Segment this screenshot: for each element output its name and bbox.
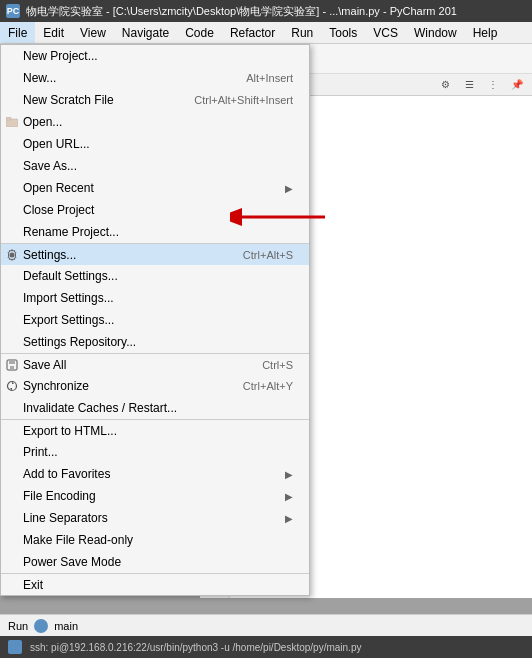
svg-rect-5 (10, 366, 14, 370)
menu-save-all-shortcut: Ctrl+S (262, 359, 293, 371)
menu-exit-label: Exit (23, 578, 43, 592)
menu-default-settings[interactable]: Default Settings... (1, 265, 309, 287)
menu-refactor[interactable]: Refactor (222, 22, 283, 43)
svg-point-2 (10, 252, 15, 257)
menu-file-encoding-arrow: ▶ (285, 491, 293, 502)
menu-settings-repository[interactable]: Settings Repository... (1, 331, 309, 353)
menu-synchronize[interactable]: Synchronize Ctrl+Alt+Y (1, 375, 309, 397)
run-name: main (54, 620, 78, 632)
tab-settings-btn[interactable]: ⚙ (434, 74, 456, 96)
menu-new-project[interactable]: New Project... (1, 45, 309, 67)
menu-line-separators-label: Line Separators (23, 511, 108, 525)
menu-window[interactable]: Window (406, 22, 465, 43)
menu-open[interactable]: Open... (1, 111, 309, 133)
menu-new-shortcut: Alt+Insert (246, 72, 293, 84)
status-text: ssh: pi@192.168.0.216:22/usr/bin/python3… (30, 642, 361, 653)
menu-open-recent[interactable]: Open Recent ▶ (1, 177, 309, 199)
settings-gear-icon (5, 248, 19, 262)
menu-open-recent-label: Open Recent (23, 181, 94, 195)
title-bar: PC 物电学院实验室 - [C:\Users\zmcity\Desktop\物电… (0, 0, 532, 22)
menu-new-scratch[interactable]: New Scratch File Ctrl+Alt+Shift+Insert (1, 89, 309, 111)
window-title: 物电学院实验室 - [C:\Users\zmcity\Desktop\物电学院实… (26, 4, 457, 19)
svg-rect-4 (9, 360, 15, 364)
menu-export-settings[interactable]: Export Settings... (1, 309, 309, 331)
menu-line-separators[interactable]: Line Separators ▶ (1, 507, 309, 529)
menu-file-encoding[interactable]: File Encoding ▶ (1, 485, 309, 507)
menu-edit[interactable]: Edit (35, 22, 72, 43)
menu-new-scratch-label: New Scratch File (23, 93, 114, 107)
menu-export-html-label: Export to HTML... (23, 424, 117, 438)
menu-save-all-label: Save All (23, 358, 66, 372)
menu-add-to-favorites-arrow: ▶ (285, 469, 293, 480)
menu-close-project-label: Close Project (23, 203, 94, 217)
menu-new-label: New... (23, 71, 56, 85)
menu-save-all[interactable]: Save All Ctrl+S (1, 353, 309, 375)
menu-add-to-favorites[interactable]: Add to Favorites ▶ (1, 463, 309, 485)
menu-settings-shortcut: Ctrl+Alt+S (243, 249, 293, 261)
menu-view[interactable]: View (72, 22, 114, 43)
menu-import-settings-label: Import Settings... (23, 291, 114, 305)
menu-open-recent-arrow: ▶ (285, 183, 293, 194)
menu-invalidate-caches[interactable]: Invalidate Caches / Restart... (1, 397, 309, 419)
sync-icon (5, 379, 19, 393)
menu-save-as[interactable]: Save As... (1, 155, 309, 177)
file-dropdown-menu: New Project... New... Alt+Insert New Scr… (0, 44, 310, 596)
menu-synchronize-label: Synchronize (23, 379, 89, 393)
menu-synchronize-shortcut: Ctrl+Alt+Y (243, 380, 293, 392)
menu-run[interactable]: Run (283, 22, 321, 43)
menu-open-url-label: Open URL... (23, 137, 90, 151)
menu-close-project[interactable]: Close Project (1, 199, 309, 221)
menu-invalidate-caches-label: Invalidate Caches / Restart... (23, 401, 177, 415)
menu-settings[interactable]: Settings... Ctrl+Alt+S (1, 243, 309, 265)
menu-default-settings-label: Default Settings... (23, 269, 118, 283)
tab-pin-btn[interactable]: 📌 (506, 74, 528, 96)
run-icon (34, 619, 48, 633)
tab-more-btn[interactable]: ⋮ (482, 74, 504, 96)
menu-file-encoding-label: File Encoding (23, 489, 96, 503)
menu-exit[interactable]: Exit (1, 573, 309, 595)
save-icon (5, 358, 19, 372)
menu-print[interactable]: Print... (1, 441, 309, 463)
tab-options-btn[interactable]: ☰ (458, 74, 480, 96)
menu-open-label: Open... (23, 115, 62, 129)
menu-export-settings-label: Export Settings... (23, 313, 114, 327)
menu-power-save-mode-label: Power Save Mode (23, 555, 121, 569)
menu-settings-repository-label: Settings Repository... (23, 335, 136, 349)
menu-add-to-favorites-label: Add to Favorites (23, 467, 110, 481)
menu-print-label: Print... (23, 445, 58, 459)
menu-open-url[interactable]: Open URL... (1, 133, 309, 155)
folder-icon (5, 115, 19, 129)
status-bar: ssh: pi@192.168.0.216:22/usr/bin/python3… (0, 636, 532, 658)
menu-make-read-only[interactable]: Make File Read-only (1, 529, 309, 551)
run-label: Run (8, 620, 28, 632)
menu-export-html[interactable]: Export to HTML... (1, 419, 309, 441)
menu-rename-project[interactable]: Rename Project... (1, 221, 309, 243)
menu-make-read-only-label: Make File Read-only (23, 533, 133, 547)
status-icon (8, 640, 22, 654)
menu-bar: File Edit View Navigate Code Refactor Ru… (0, 22, 532, 44)
run-bar: Run main (0, 614, 532, 636)
menu-navigate[interactable]: Navigate (114, 22, 177, 43)
menu-help[interactable]: Help (465, 22, 506, 43)
menu-code[interactable]: Code (177, 22, 222, 43)
menu-power-save-mode[interactable]: Power Save Mode (1, 551, 309, 573)
menu-vcs[interactable]: VCS (365, 22, 406, 43)
app-icon: PC (6, 4, 20, 18)
menu-new-project-label: New Project... (23, 49, 98, 63)
menu-file[interactable]: File (0, 22, 35, 43)
menu-settings-label: Settings... (23, 248, 76, 262)
menu-line-separators-arrow: ▶ (285, 513, 293, 524)
menu-import-settings[interactable]: Import Settings... (1, 287, 309, 309)
menu-rename-project-label: Rename Project... (23, 225, 119, 239)
menu-tools[interactable]: Tools (321, 22, 365, 43)
menu-save-as-label: Save As... (23, 159, 77, 173)
svg-rect-1 (6, 117, 11, 120)
menu-new[interactable]: New... Alt+Insert (1, 67, 309, 89)
menu-new-scratch-shortcut: Ctrl+Alt+Shift+Insert (194, 94, 293, 106)
